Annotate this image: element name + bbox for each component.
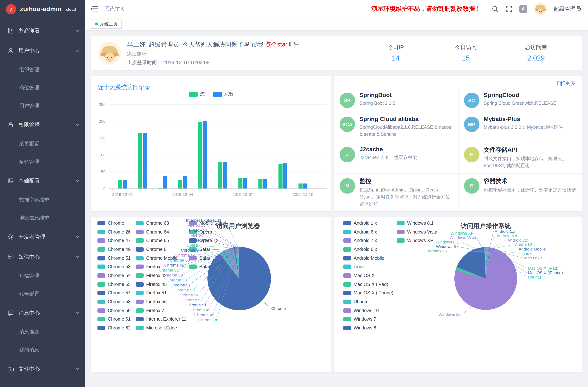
feature-item-6: M监控集成SpringBootAdmin、Zipkin、Redis、Mysql、…	[335, 174, 458, 211]
stat-label: 总访问量	[508, 44, 564, 51]
chevron-down-icon	[75, 122, 80, 127]
gear-icon	[7, 234, 14, 240]
pie-callout-label: Ubuntu	[528, 275, 541, 280]
stat-0: 今日IP14	[368, 44, 423, 62]
feature-avatar: M	[340, 178, 355, 194]
feature-desc: 虚拟化容器技术，让迁移、部署更加方便快捷	[484, 186, 576, 194]
sidebar-subitem-1-0[interactable]: 组织管理	[0, 61, 85, 79]
sidebar-subitem-3-0[interactable]: 数据字典维护	[0, 191, 85, 209]
bar-chart-legend: 您总数	[91, 91, 332, 97]
sidebar-item-5[interactable]: 短信中心	[0, 247, 85, 267]
sidebar-subitem-6-0[interactable]: 消息推送	[0, 323, 85, 341]
chevron-down-icon	[75, 28, 80, 33]
welcome-card: 早上好, 超级管理员, 今天帮别人解决问题了吗 帮我 点个star 吧~ 疯狂加…	[91, 36, 582, 70]
sidebar-subitem-3-1[interactable]: 地区信息维护	[0, 209, 85, 227]
top-header: 系统主页 演示环境维护不易，请勿乱删乱改数据！ A 超级管理员	[85, 0, 588, 18]
admin-dashboard: Z zuihou-admin cloud 务必详看用户中心组织管理岗位管理用户管…	[0, 0, 588, 387]
pie-callout-label: Chrome 49	[190, 308, 210, 312]
pie-callout-label: Firefox 45	[189, 228, 207, 233]
pie-callout-label: Chrome 26	[198, 318, 218, 322]
pie-callout-label: Chrome 57	[170, 283, 191, 287]
pie-callout-label: Chrome 53	[182, 298, 202, 302]
feature-title: J2cache	[359, 146, 417, 153]
sidebar-subitem-1-1[interactable]: 岗位管理	[0, 79, 85, 97]
tab-home[interactable]: 系统主页	[91, 19, 122, 29]
sidebar-item-2[interactable]: 权限管理	[0, 115, 85, 135]
os-pie-title: 访问用户操作系统	[461, 222, 511, 230]
feature-avatar: MP	[464, 117, 479, 132]
browser-pie-chart: Internet Explorer 11Firefox 56Firefox 45…	[91, 217, 332, 372]
feature-title: Mybatis-Plus	[484, 116, 563, 122]
sidebar-item-label: 权限管理	[19, 121, 71, 128]
welcome-subtitle: 疯狂加班~	[127, 50, 368, 57]
pie-callout-label: Windows 7	[428, 249, 448, 253]
feature-title: 文件存储API	[484, 146, 576, 154]
pie-callout-label: Chrome 61	[159, 268, 179, 272]
sidebar-item-label: 务必详看	[19, 27, 71, 34]
svg-text:2019-12-04: 2019-12-04	[172, 192, 193, 197]
feature-desc: Mybatis-plus 3.2.0： Mybatis 增强组件	[484, 124, 563, 131]
app-logo[interactable]: Z zuihou-admin cloud	[0, 0, 85, 19]
welcome-texts: 早上好, 超级管理员, 今天帮别人解决问题了吗 帮我 点个star 吧~ 疯狂加…	[127, 41, 368, 66]
sidebar-subitem-5-1[interactable]: 账号配置	[0, 285, 85, 303]
feature-title: 监控	[359, 177, 452, 185]
sidebar-subitem-2-1[interactable]: 角色管理	[0, 153, 85, 171]
today-stats: 今日IP14今日访问15总访问量2,029	[368, 44, 575, 62]
pie-callout-label: Chrome 62	[164, 263, 184, 267]
sidebar-item-6[interactable]: 消息中心	[0, 303, 85, 323]
fullscreen-icon[interactable]	[505, 5, 513, 13]
svg-text:2019-12-07: 2019-12-07	[232, 192, 253, 197]
font-size-icon[interactable]: A	[519, 5, 527, 13]
feature-desc: Spring Boot 2.1.2	[359, 100, 395, 107]
chevron-down-icon	[75, 235, 80, 239]
visits-bar-chart: 0501001502002502019-12-012019-12-042019-…	[91, 96, 332, 207]
sidebar-item-label: 消息中心	[19, 309, 71, 316]
feature-item-4: JJ2cacheJ2cache2.7.8: 二级缓存框架	[335, 143, 458, 174]
pie-callout-label: Opera	[186, 243, 198, 247]
pie-callout-label: Windows Vista	[450, 235, 476, 240]
sidebar-subitem-2-0[interactable]: 菜单配置	[0, 135, 85, 153]
sidebar-subitem-1-2[interactable]: 用户管理	[0, 97, 85, 115]
pie-callout-label: Windows 8	[436, 244, 456, 249]
feature-item-1: SCSpringCloudSpring Cloud Greenwich.RELE…	[458, 88, 582, 112]
sidebar-item-1[interactable]: 用户中心	[0, 41, 85, 61]
pie-callout-label: Mac OS X (iPhone)	[528, 270, 563, 275]
svg-text:2019-12-01: 2019-12-01	[112, 192, 133, 197]
sidebar-item-0[interactable]: 务必详看	[0, 21, 85, 41]
feature-avatar: C	[464, 178, 479, 194]
sidebar-subitem-6-1[interactable]: 我的消息	[0, 341, 85, 359]
svg-text:0: 0	[103, 186, 105, 191]
username-label[interactable]: 超级管理员	[554, 5, 581, 12]
breadcrumb[interactable]: 系统主页	[104, 5, 126, 12]
feature-desc: SpringCloudAlibaba2.1.0.RELEASE & nacos …	[359, 124, 452, 138]
feature-title: SpringCloud	[484, 92, 556, 99]
stat-value: 2,029	[508, 54, 564, 62]
pie-callout-label: Mac OS X	[524, 256, 543, 260]
feature-title: SpringBoot	[359, 92, 395, 99]
pie-callout-label: Windows 10	[439, 312, 461, 317]
stat-value: 14	[368, 54, 423, 62]
bar-legend-item[interactable]: 您	[189, 91, 205, 97]
search-icon[interactable]	[491, 5, 499, 13]
pie-callout-label: Chrome 51	[186, 303, 207, 307]
learn-more-link[interactable]: 了解更多	[555, 80, 575, 86]
sidebar: Z zuihou-admin cloud 务必详看用户中心组织管理岗位管理用户管…	[0, 0, 85, 387]
tab-label: 系统主页	[100, 21, 118, 27]
sidebar-item-7[interactable]: 文件中心	[0, 359, 85, 379]
pie-callout-label: Chrome 54	[178, 293, 199, 297]
sidebar-menu: 务必详看用户中心组织管理岗位管理用户管理权限管理菜单配置角色管理基础配置数据字典…	[0, 19, 85, 379]
logo-badge-icon: Z	[6, 4, 16, 14]
sidebar-item-4[interactable]: 开发者管理	[0, 227, 85, 247]
feature-avatar: J	[340, 147, 355, 162]
sidebar-toggle-icon[interactable]	[90, 5, 98, 12]
feature-avatar: F	[464, 147, 479, 162]
star-link[interactable]: 点个star	[265, 41, 287, 47]
feature-item-3: MPMybatis-PlusMybatis-plus 3.2.0： Mybati…	[458, 112, 582, 143]
svg-text:100: 100	[99, 153, 105, 157]
bar-legend-item[interactable]: 总数	[213, 91, 234, 97]
sidebar-item-label: 开发者管理	[19, 233, 71, 240]
sidebar-item-3[interactable]: 基础配置	[0, 171, 85, 191]
sidebar-subitem-5-0[interactable]: 短信管理	[0, 267, 85, 285]
user-avatar[interactable]	[534, 2, 547, 16]
sms-icon	[7, 253, 14, 260]
